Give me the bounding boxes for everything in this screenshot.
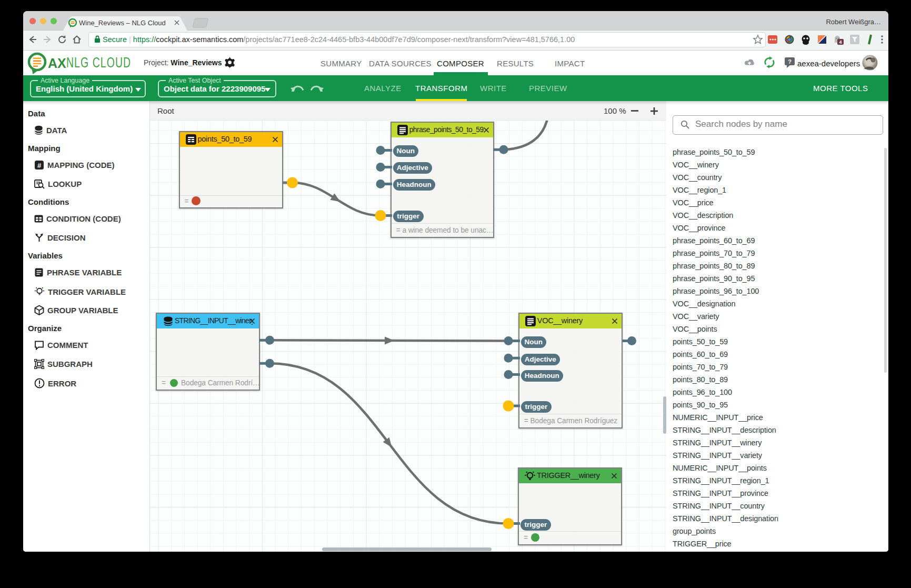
- svg-text:#: #: [37, 161, 42, 169]
- svg-text:?: ?: [788, 58, 792, 65]
- svg-text:4: 4: [839, 39, 842, 45]
